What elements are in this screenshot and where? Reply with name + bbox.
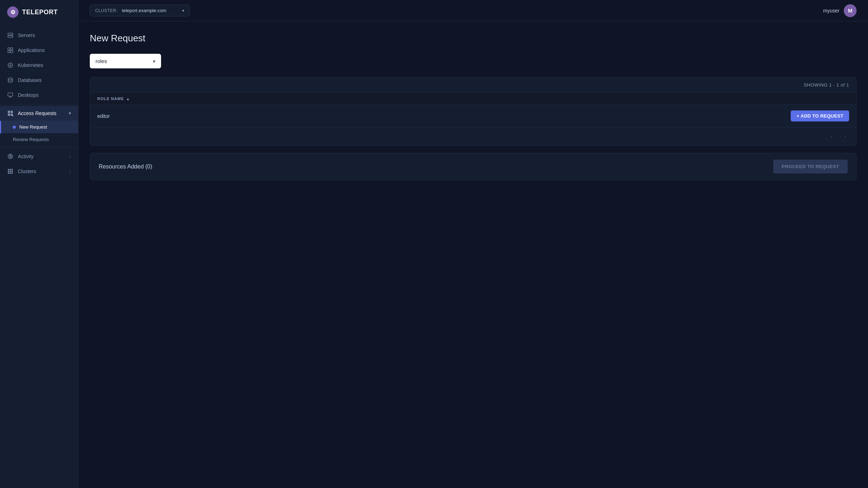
next-page-button[interactable]: › xyxy=(840,131,851,142)
clusters-icon xyxy=(7,168,14,175)
sidebar-item-new-request[interactable]: New Request xyxy=(0,121,78,133)
access-requests-icon xyxy=(7,110,14,116)
resource-type-chevron-icon: ▾ xyxy=(153,58,155,64)
header: CLUSTER: teleport.example.com ▾ myuser M xyxy=(78,0,868,21)
active-indicator xyxy=(13,126,16,129)
resource-type-dropdown[interactable]: roles ▾ xyxy=(90,54,161,68)
svg-rect-6 xyxy=(8,51,10,53)
sidebar-item-activity[interactable]: Activity › xyxy=(0,149,78,164)
svg-rect-22 xyxy=(8,169,9,170)
new-request-label: New Request xyxy=(19,124,47,130)
resource-type-value: roles xyxy=(95,58,107,64)
sidebar-item-clusters[interactable]: Clusters › xyxy=(0,164,78,179)
svg-point-2 xyxy=(12,34,12,35)
table-col-header: ROLE NAME ▲ xyxy=(90,93,856,105)
footer-bar: Resources Added (0) PROCEED TO REQUEST xyxy=(90,153,857,180)
cluster-label: CLUSTER: xyxy=(95,8,118,13)
sort-icon: ▲ xyxy=(126,97,130,101)
svg-rect-30 xyxy=(11,172,13,174)
svg-rect-23 xyxy=(10,169,11,170)
databases-label: Databases xyxy=(18,77,42,83)
main-area: CLUSTER: teleport.example.com ▾ myuser M… xyxy=(78,0,868,488)
pagination-area: ‹ › xyxy=(90,128,856,145)
sidebar-item-databases[interactable]: Databases xyxy=(0,73,78,88)
sidebar: ⚙ TELEPORT Servers xyxy=(0,0,78,488)
servers-label: Servers xyxy=(18,32,35,38)
activity-section: Activity › xyxy=(0,147,78,179)
avatar[interactable]: M xyxy=(844,4,857,17)
desktops-label: Desktops xyxy=(18,92,38,98)
sidebar-item-applications[interactable]: Applications xyxy=(0,43,78,58)
svg-rect-7 xyxy=(11,51,13,53)
server-icon xyxy=(7,32,14,38)
sidebar-nav: Servers Applications xyxy=(0,24,78,488)
svg-rect-28 xyxy=(8,172,9,174)
roles-table: SHOWING 1 - 1 of 1 ROLE NAME ▲ editor + … xyxy=(90,77,857,146)
svg-rect-15 xyxy=(8,93,13,96)
svg-rect-4 xyxy=(8,48,10,50)
access-requests-chevron: ▾ xyxy=(69,111,71,116)
showing-count: SHOWING 1 - 1 of 1 xyxy=(804,82,849,88)
logo: ⚙ TELEPORT xyxy=(0,0,78,24)
svg-point-9 xyxy=(10,64,11,66)
kubernetes-label: Kubernetes xyxy=(18,62,43,68)
svg-rect-29 xyxy=(10,172,11,174)
sidebar-item-servers[interactable]: Servers xyxy=(0,28,78,43)
databases-icon xyxy=(7,77,14,83)
svg-rect-5 xyxy=(11,48,13,50)
access-requests-section: Access Requests ▾ New Request Review Req… xyxy=(0,104,78,146)
svg-point-3 xyxy=(12,36,12,37)
brand-name: TELEPORT xyxy=(22,9,58,16)
user-area: myuser M xyxy=(823,4,857,17)
activity-icon xyxy=(7,153,14,160)
sidebar-item-review-requests[interactable]: Review Requests xyxy=(0,133,78,146)
svg-rect-25 xyxy=(8,171,9,172)
role-name: editor xyxy=(97,113,791,119)
svg-point-14 xyxy=(8,78,12,80)
page-title: New Request xyxy=(90,33,857,44)
svg-rect-26 xyxy=(10,171,11,172)
content-area: New Request roles ▾ SHOWING 1 - 1 of 1 R… xyxy=(78,21,868,488)
review-requests-label: Review Requests xyxy=(13,137,49,142)
cluster-value: teleport.example.com xyxy=(122,8,179,13)
prev-page-button[interactable]: ‹ xyxy=(826,131,837,142)
desktops-icon xyxy=(7,92,14,98)
resources-added-label: Resources Added (0) xyxy=(99,163,152,170)
clusters-chevron: › xyxy=(69,169,71,174)
activity-chevron: › xyxy=(69,154,71,159)
svg-rect-27 xyxy=(11,171,13,172)
sidebar-item-desktops[interactable]: Desktops xyxy=(0,88,78,103)
proceed-to-request-button[interactable]: PROCEED TO REQUEST xyxy=(773,160,848,173)
sidebar-item-access-requests[interactable]: Access Requests ▾ xyxy=(0,106,78,121)
role-name-col-label: ROLE NAME ▲ xyxy=(97,97,130,101)
username: myuser xyxy=(823,8,839,14)
cluster-chevron-icon: ▾ xyxy=(182,8,184,13)
kubernetes-icon xyxy=(7,62,14,68)
table-header-bar: SHOWING 1 - 1 of 1 xyxy=(90,77,856,93)
svg-rect-24 xyxy=(11,169,13,170)
cluster-selector[interactable]: CLUSTER: teleport.example.com ▾ xyxy=(90,5,190,16)
logo-icon: ⚙ xyxy=(7,6,19,18)
activity-label: Activity xyxy=(18,154,33,159)
applications-icon xyxy=(7,47,14,53)
clusters-label: Clusters xyxy=(18,168,36,174)
applications-label: Applications xyxy=(18,47,45,53)
add-to-request-button[interactable]: + ADD TO REQUEST xyxy=(791,110,849,121)
table-row: editor + ADD TO REQUEST xyxy=(90,105,856,128)
access-requests-label: Access Requests xyxy=(18,110,56,116)
sidebar-item-kubernetes[interactable]: Kubernetes xyxy=(0,58,78,73)
svg-line-19 xyxy=(12,115,13,116)
